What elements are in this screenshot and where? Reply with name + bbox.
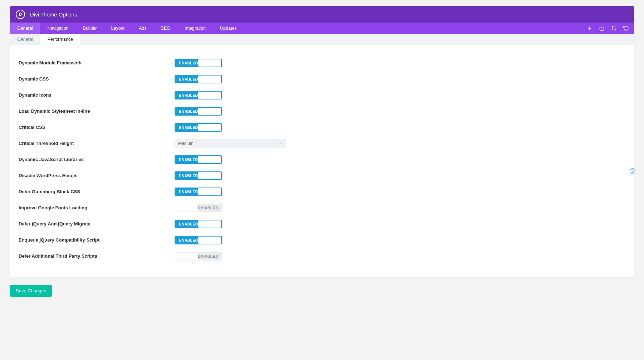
- toggle-enabled[interactable]: ENABLED: [175, 91, 222, 99]
- save-button[interactable]: Save Changes: [10, 285, 52, 297]
- subnav-item-general[interactable]: General: [10, 34, 40, 45]
- setting-label: Disable WordPress Emojis: [19, 173, 175, 178]
- setting-label: Defer Additional Third Party Scripts: [19, 253, 175, 259]
- toggle-label: ENABLED: [179, 93, 198, 97]
- toggle-knob: [175, 253, 198, 260]
- toggle-knob: [198, 172, 221, 179]
- setting-row: Defer jQuery And jQuery MigrateENABLED: [19, 216, 625, 232]
- setting-label: Dynamic Icons: [19, 92, 175, 98]
- setting-row: Critical CSSENABLED: [19, 119, 625, 135]
- theme-options-panel: D Divi Theme Options GeneralNavigationBu…: [10, 6, 634, 277]
- toggle-knob: [198, 59, 221, 67]
- toggle-label: ENABLED: [179, 61, 198, 65]
- setting-label: Dynamic CSS: [19, 76, 175, 82]
- nav-item-general[interactable]: General: [10, 23, 40, 34]
- setting-row: Improve Google Fonts LoadingDISABLED: [19, 200, 625, 216]
- power-icon[interactable]: [599, 25, 605, 31]
- toggle-enabled[interactable]: ENABLED: [175, 188, 222, 196]
- setting-control: ENABLED: [175, 236, 222, 244]
- setting-label: Enqueue jQuery Compatibility Script: [19, 237, 175, 243]
- toggle-enabled[interactable]: ENABLED: [175, 59, 222, 67]
- toggle-label: DISABLED: [198, 206, 218, 210]
- toggle-label: ENABLED: [179, 238, 198, 242]
- setting-control: ENABLED: [175, 171, 222, 180]
- toggle-enabled[interactable]: ENABLED: [175, 220, 222, 228]
- nav-item-updates[interactable]: Updates: [213, 23, 244, 34]
- setting-control: DISABLED: [175, 252, 222, 261]
- nav-item-layout[interactable]: Layout: [104, 23, 132, 34]
- toggle-enabled[interactable]: ENABLED: [175, 107, 222, 116]
- setting-label: Improve Google Fonts Loading: [19, 205, 175, 210]
- setting-label: Load Dynamic Stylesheet In-line: [19, 108, 175, 114]
- toggle-enabled[interactable]: ENABLED: [175, 171, 222, 180]
- toggle-knob: [175, 204, 198, 211]
- toggle-disabled[interactable]: DISABLED: [175, 204, 222, 212]
- toggle-enabled[interactable]: ENABLED: [175, 236, 222, 244]
- toggle-knob: [198, 220, 221, 228]
- toggle-knob: [198, 108, 221, 115]
- toggle-label: ENABLED: [179, 77, 198, 81]
- toggle-label: ENABLED: [179, 222, 198, 226]
- setting-control: ENABLED: [175, 75, 222, 83]
- setting-label: Dynamic Module Framework: [19, 60, 175, 65]
- setting-row: Defer Gutenberg Block CSSENABLED: [19, 184, 625, 200]
- setting-label: Dynamic JavaScript Libraries: [19, 157, 175, 162]
- setting-label: Critical Threshold Height: [19, 141, 175, 146]
- setting-row: Critical Threshold HeightMedium: [19, 135, 625, 151]
- nav-item-navigation[interactable]: Navigation: [40, 23, 75, 34]
- setting-row: Dynamic Module FrameworkENABLED: [19, 55, 625, 71]
- settings-content: Dynamic Module FrameworkENABLEDDynamic C…: [10, 45, 634, 277]
- toggle-enabled[interactable]: ENABLED: [175, 155, 222, 164]
- toggle-knob: [198, 76, 221, 83]
- setting-row: Defer Additional Third Party ScriptsDISA…: [19, 248, 625, 264]
- toggle-label: ENABLED: [179, 190, 198, 194]
- nav-item-integration[interactable]: Integration: [177, 23, 213, 34]
- toggle-enabled[interactable]: ENABLED: [175, 123, 222, 132]
- setting-label: Critical CSS: [19, 125, 175, 130]
- setting-row: Disable WordPress EmojisENABLED: [19, 167, 625, 184]
- setting-row: Enqueue jQuery Compatibility ScriptENABL…: [19, 232, 625, 248]
- help-icon[interactable]: ?: [630, 168, 635, 174]
- toggle-knob: [198, 156, 221, 163]
- toggle-label: ENABLED: [179, 174, 198, 178]
- toggle-knob: [198, 92, 221, 99]
- toggle-enabled[interactable]: ENABLED: [175, 75, 222, 83]
- toggle-label: DISABLED: [198, 254, 218, 258]
- toggle-knob: [198, 237, 221, 244]
- setting-control: ENABLED: [175, 123, 222, 132]
- nav-item-builder[interactable]: Builder: [76, 23, 104, 34]
- primary-nav: GeneralNavigationBuilderLayoutAdsSEOInte…: [10, 23, 634, 34]
- nav-actions: [587, 23, 634, 34]
- setting-control: DISABLED: [175, 204, 222, 212]
- setting-control: ENABLED: [175, 59, 222, 67]
- toggle-label: ENABLED: [179, 109, 198, 113]
- toggle-label: ENABLED: [179, 157, 198, 162]
- setting-row: Dynamic CSSENABLED: [19, 71, 625, 87]
- setting-label: Defer Gutenberg Block CSS: [19, 189, 175, 194]
- setting-control: ENABLED: [175, 107, 222, 116]
- setting-control: ENABLED: [175, 155, 222, 164]
- setting-control: Medium: [175, 139, 286, 148]
- toggle-knob: [198, 124, 221, 131]
- toggle-label: ENABLED: [179, 125, 198, 130]
- plus-icon[interactable]: [587, 25, 592, 31]
- subnav-item-performance[interactable]: Performance: [40, 34, 80, 45]
- logo-letter: D: [19, 12, 22, 17]
- chevron-down-icon: [278, 141, 283, 146]
- setting-control: ENABLED: [175, 220, 222, 228]
- toggle-knob: [198, 188, 221, 195]
- panel-header: D Divi Theme Options: [10, 6, 634, 23]
- threshold-select[interactable]: Medium: [175, 139, 286, 148]
- page-title: Divi Theme Options: [30, 11, 77, 18]
- nav-item-ads[interactable]: Ads: [132, 23, 154, 34]
- up-down-icon[interactable]: [611, 25, 617, 31]
- setting-row: Load Dynamic Stylesheet In-lineENABLED: [19, 103, 625, 119]
- setting-label: Defer jQuery And jQuery Migrate: [19, 221, 175, 227]
- toggle-disabled[interactable]: DISABLED: [175, 252, 222, 261]
- logo-icon: D: [16, 10, 25, 19]
- setting-control: ENABLED: [175, 91, 222, 99]
- nav-item-seo[interactable]: SEO: [154, 23, 177, 34]
- select-value: Medium: [178, 141, 194, 146]
- setting-control: ENABLED: [175, 188, 222, 196]
- reset-icon[interactable]: [623, 25, 629, 31]
